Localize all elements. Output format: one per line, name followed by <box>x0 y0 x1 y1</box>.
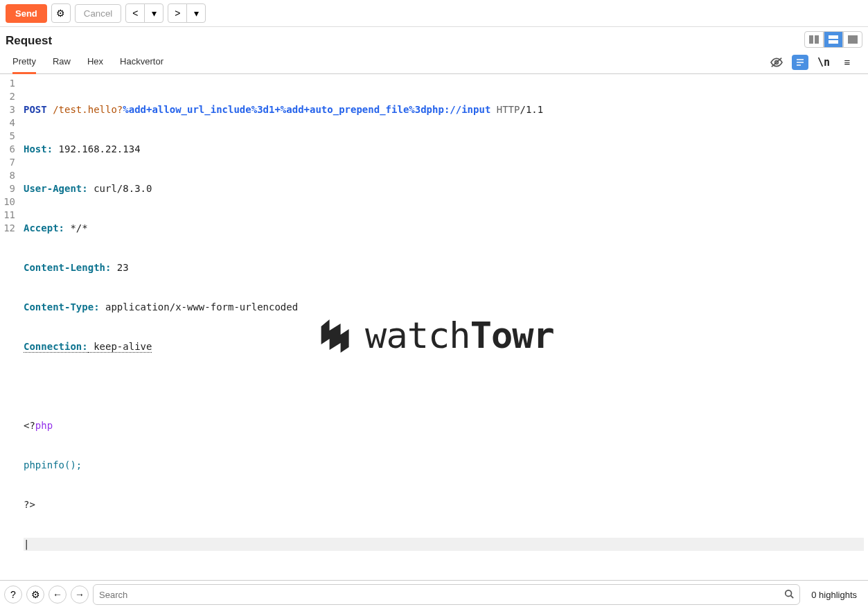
tab-raw[interactable]: Raw <box>53 51 71 73</box>
hdr-host-v: 192.168.22.134 <box>53 143 140 155</box>
cursor-line: | <box>24 538 864 551</box>
search-icon[interactable] <box>784 589 794 601</box>
php-close-tag: ?> <box>24 499 35 510</box>
hdr-cl-v: 23 <box>111 262 128 273</box>
svg-rect-4 <box>848 35 858 44</box>
highlight-count: 0 highlights <box>804 590 864 600</box>
cancel-button[interactable]: Cancel <box>75 4 122 23</box>
options-button[interactable]: ⚙ <box>26 586 44 604</box>
hdr-accept-k: Accept: <box>24 222 64 234</box>
php-open-tag-lt: <? <box>24 420 35 431</box>
http-query: %add+allow_url_include%3d1+%add+auto_pre… <box>123 104 490 115</box>
tab-hackvertor[interactable]: Hackvertor <box>120 51 163 73</box>
request-title: Request <box>0 27 57 51</box>
caret-down-icon: ▾ <box>152 8 157 19</box>
help-icon: ? <box>10 589 16 600</box>
history-prev-group: < ▾ <box>125 3 163 23</box>
hdr-host-k: Host: <box>24 143 53 155</box>
gear-icon: ⚙ <box>31 589 40 600</box>
gear-icon: ⚙ <box>56 8 65 19</box>
http-path: /test.hello? <box>47 104 123 115</box>
search-next-button[interactable]: → <box>71 586 89 604</box>
rows-icon <box>829 35 838 44</box>
columns-icon <box>809 35 819 44</box>
hdr-ct-v: application/x-www-form-urlencoded <box>100 301 299 313</box>
send-button[interactable]: Send <box>6 4 47 23</box>
tab-hex[interactable]: Hex <box>87 51 103 73</box>
arrow-right-icon: → <box>75 589 85 600</box>
hdr-ua-k: User-Agent: <box>24 183 88 194</box>
svg-rect-1 <box>815 35 819 44</box>
caret-down-icon: ▾ <box>194 8 199 19</box>
editor-footer-bar: ? ⚙ ← → 0 highlights <box>0 580 868 607</box>
http-proto-prefix: HTTP <box>490 104 520 115</box>
main-toolbar: Send ⚙ Cancel < ▾ > ▾ <box>0 0 868 27</box>
layout-switcher-row: Request <box>0 27 868 51</box>
http-method: POST <box>24 104 47 115</box>
search-prev-button[interactable]: ← <box>48 586 67 604</box>
svg-rect-0 <box>809 35 813 44</box>
svg-point-10 <box>786 590 792 596</box>
layout-rows-button[interactable] <box>824 31 843 48</box>
hdr-ct-k: Content-Type: <box>24 301 100 313</box>
layout-switcher <box>799 28 868 51</box>
php-body: phpinfo(); <box>24 459 82 470</box>
layout-columns-button[interactable] <box>804 31 824 48</box>
line-gutter: 123456789101112 <box>0 74 19 580</box>
request-editor[interactable]: 123456789101112 POST /test.hello?%add+al… <box>0 74 868 580</box>
hdr-accept-v: */* <box>64 222 88 234</box>
svg-rect-2 <box>829 35 838 39</box>
svg-rect-3 <box>829 40 838 44</box>
hdr-ua-v: curl/8.3.0 <box>88 183 152 194</box>
svg-line-11 <box>791 595 794 598</box>
history-next-menu[interactable]: ▾ <box>186 3 206 23</box>
search-wrapper <box>93 584 800 605</box>
http-proto-version: /1.1 <box>520 104 543 115</box>
hdr-cl-k: Content-Length: <box>24 262 111 273</box>
request-tab-icons: \n ≡ <box>768 51 856 73</box>
request-menu-icon[interactable]: ≡ <box>839 55 856 70</box>
history-prev-menu[interactable]: ▾ <box>144 3 163 23</box>
single-icon <box>848 35 858 44</box>
history-prev-button[interactable]: < <box>125 3 145 23</box>
code-area[interactable]: POST /test.hello?%add+allow_url_include%… <box>19 74 868 580</box>
layout-single-button[interactable] <box>843 31 862 48</box>
chevron-left-icon: < <box>132 8 138 19</box>
history-next-button[interactable]: > <box>168 3 187 23</box>
visibility-off-icon[interactable] <box>768 55 785 70</box>
hdr-conn-k: Connection: <box>24 341 88 353</box>
send-settings-button[interactable]: ⚙ <box>51 3 71 23</box>
pretty-print-icon[interactable] <box>792 55 808 70</box>
hdr-conn-v: keep-alive <box>88 341 152 353</box>
chevron-right-icon: > <box>175 8 180 19</box>
request-tabs: Pretty Raw Hex Hackvertor \n ≡ <box>0 51 868 74</box>
tab-pretty[interactable]: Pretty <box>12 51 36 74</box>
help-button[interactable]: ? <box>4 586 22 604</box>
php-open-tag: php <box>35 420 53 431</box>
search-input[interactable] <box>99 590 784 600</box>
arrow-left-icon: ← <box>53 589 62 600</box>
history-next-group: > ▾ <box>168 3 206 23</box>
newline-toggle[interactable]: \n <box>815 55 832 70</box>
